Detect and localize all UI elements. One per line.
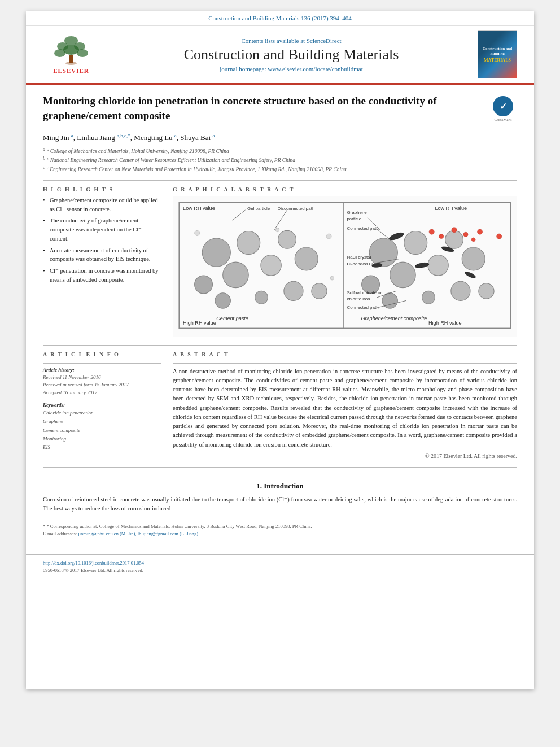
svg-point-7 bbox=[65, 62, 77, 65]
intro-text: Corrosion of reinforced steel in concret… bbox=[43, 495, 517, 514]
affiliation-b: b ᵇ National Engineering Research Center… bbox=[43, 155, 517, 164]
divider-info bbox=[43, 363, 161, 364]
svg-point-50 bbox=[463, 232, 468, 237]
svg-point-32 bbox=[404, 231, 427, 254]
svg-point-42 bbox=[388, 231, 405, 241]
svg-point-52 bbox=[471, 238, 475, 242]
crossmark-label: CrossMark bbox=[494, 117, 511, 122]
accepted-date: Accepted 16 January 2017 bbox=[43, 389, 161, 397]
highlight-item-3: Accurate measurement of conductivity of … bbox=[43, 246, 161, 264]
svg-line-56 bbox=[274, 210, 287, 230]
svg-point-37 bbox=[462, 247, 485, 270]
svg-point-18 bbox=[278, 230, 296, 248]
divider-after-affiliations bbox=[43, 180, 517, 181]
svg-point-40 bbox=[422, 291, 435, 304]
divider-before-intro bbox=[43, 467, 517, 468]
keywords-list: Chloride ion penetration Graphene Cement… bbox=[43, 409, 161, 452]
highlights-list: Graphene/cement composite could be appli… bbox=[43, 196, 161, 285]
page: Construction and Building Materials 136 … bbox=[26, 11, 534, 689]
crossmark-icon: ✓ bbox=[493, 96, 513, 116]
svg-point-51 bbox=[478, 229, 483, 234]
contents-line: Contents lists available at ScienceDirec… bbox=[105, 37, 478, 44]
article-history-label: Article history: bbox=[43, 367, 161, 373]
graphical-abstract-section: G R A P H I C A L A B S T R A C T Low RH… bbox=[173, 186, 517, 337]
elsevier-logo: ELSEVIER bbox=[37, 35, 105, 74]
svg-point-24 bbox=[195, 230, 200, 235]
svg-point-13 bbox=[202, 238, 230, 267]
svg-point-33 bbox=[390, 262, 416, 288]
svg-point-38 bbox=[451, 281, 470, 300]
svg-text:Cement paste: Cement paste bbox=[216, 315, 248, 321]
keyword-4: Monitoring bbox=[43, 435, 161, 443]
journal-title: Construction and Building Materials bbox=[105, 46, 478, 63]
article-history-block: Article history: Received 11 November 20… bbox=[43, 367, 161, 397]
svg-point-53 bbox=[497, 234, 502, 239]
highlights-section: H I G H L I G H T S Graphene/cement comp… bbox=[43, 186, 161, 337]
article-info-heading: A R T I C L E I N F O bbox=[43, 351, 161, 357]
svg-point-20 bbox=[284, 281, 303, 300]
journal-thumbnail: Construction and Building MATERIALS bbox=[478, 30, 517, 78]
svg-point-3 bbox=[63, 45, 79, 55]
svg-point-19 bbox=[295, 247, 318, 270]
svg-text:Graphene: Graphene bbox=[347, 210, 367, 215]
graphical-abstract-box: Low RH value High RH value Cement paste bbox=[173, 196, 517, 337]
introduction-section: 1. Introduction Corrosion of reinforced … bbox=[43, 477, 517, 514]
header-section: ELSEVIER Contents lists available at Sci… bbox=[26, 26, 534, 85]
footnote-section: * * Corresponding author at: College of … bbox=[43, 519, 517, 538]
divider-abstract bbox=[173, 363, 517, 364]
svg-point-49 bbox=[452, 228, 457, 233]
svg-point-4 bbox=[54, 49, 65, 57]
svg-point-26 bbox=[326, 234, 331, 239]
journal-top-bar: Construction and Building Materials 136 … bbox=[26, 11, 534, 26]
main-content: Monitoring chloride ion penetration in c… bbox=[26, 85, 534, 549]
revised-date: Received in revised form 15 January 2017 bbox=[43, 381, 161, 389]
crossmark: ✓ CrossMark bbox=[489, 96, 517, 122]
article-title-section: Monitoring chloride ion penetration in c… bbox=[43, 94, 517, 127]
header-center: Contents lists available at ScienceDirec… bbox=[105, 37, 478, 72]
journal-citation: Construction and Building Materials 136 … bbox=[208, 15, 352, 21]
intro-heading: 1. Introduction bbox=[43, 482, 517, 491]
svg-point-23 bbox=[215, 293, 230, 308]
abstract-text: A non-destructive method of monitoring c… bbox=[173, 367, 517, 449]
svg-text:Low RH value: Low RH value bbox=[183, 206, 215, 211]
journal-homepage: journal homepage: www.elsevier.com/locat… bbox=[105, 65, 478, 72]
svg-point-47 bbox=[429, 229, 434, 234]
affiliation-a: a ᵃ College of Mechanics and Materials, … bbox=[43, 146, 517, 155]
svg-text:Connected path: Connected path bbox=[347, 305, 378, 310]
highlights-graphical-section: H I G H L I G H T S Graphene/cement comp… bbox=[43, 186, 517, 337]
article-info-abstract-section: A R T I C L E I N F O Article history: R… bbox=[43, 351, 517, 459]
graphical-abstract-heading: G R A P H I C A L A B S T R A C T bbox=[173, 186, 517, 193]
elsevier-tree-icon bbox=[51, 35, 91, 66]
footer-doi: http://dx.doi.org/10.1016/j.conbuildmat.… bbox=[43, 560, 144, 574]
keywords-block: Keywords: Chloride ion penetration Graph… bbox=[43, 402, 161, 452]
svg-point-22 bbox=[255, 291, 268, 304]
keyword-1: Chloride ion penetration bbox=[43, 409, 161, 417]
keyword-3: Cement composite bbox=[43, 426, 161, 435]
graphical-abstract-svg: Low RH value High RH value Cement paste bbox=[178, 201, 512, 330]
highlight-item-4: Cl⁻ penetration in concrete was monitore… bbox=[43, 267, 161, 285]
svg-point-15 bbox=[223, 262, 249, 288]
svg-point-48 bbox=[439, 234, 444, 238]
divider-mid bbox=[43, 345, 517, 346]
keyword-2: Graphene bbox=[43, 417, 161, 426]
svg-point-25 bbox=[275, 228, 279, 232]
header-left: ELSEVIER bbox=[37, 35, 105, 74]
keyword-5: EIS bbox=[43, 443, 161, 452]
email-note: E-mail addresses: jinming@hhu.edu.cn (M.… bbox=[43, 530, 517, 538]
footer-section: http://dx.doi.org/10.1016/j.conbuildmat.… bbox=[26, 554, 534, 578]
svg-text:Disconnected path: Disconnected path bbox=[277, 206, 314, 211]
svg-text:Cl-bonded Cl-: Cl-bonded Cl- bbox=[347, 261, 374, 267]
svg-text:Gel particle: Gel particle bbox=[247, 206, 270, 211]
abstract-copyright: © 2017 Elsevier Ltd. All rights reserved… bbox=[173, 453, 517, 459]
highlight-item-1: Graphene/cement composite could be appli… bbox=[43, 196, 161, 214]
svg-text:Graphene/cement composite: Graphene/cement composite bbox=[361, 315, 427, 321]
svg-point-39 bbox=[479, 283, 494, 299]
svg-text:Sulfoaluminate or: Sulfoaluminate or bbox=[347, 290, 382, 295]
svg-point-44 bbox=[415, 262, 430, 269]
article-info-col: A R T I C L E I N F O Article history: R… bbox=[43, 351, 161, 459]
abstract-col: A B S T R A C T A non-destructive method… bbox=[173, 351, 517, 459]
svg-point-21 bbox=[312, 283, 327, 299]
svg-point-27 bbox=[330, 276, 334, 280]
svg-point-16 bbox=[261, 255, 281, 275]
svg-point-17 bbox=[195, 276, 213, 294]
